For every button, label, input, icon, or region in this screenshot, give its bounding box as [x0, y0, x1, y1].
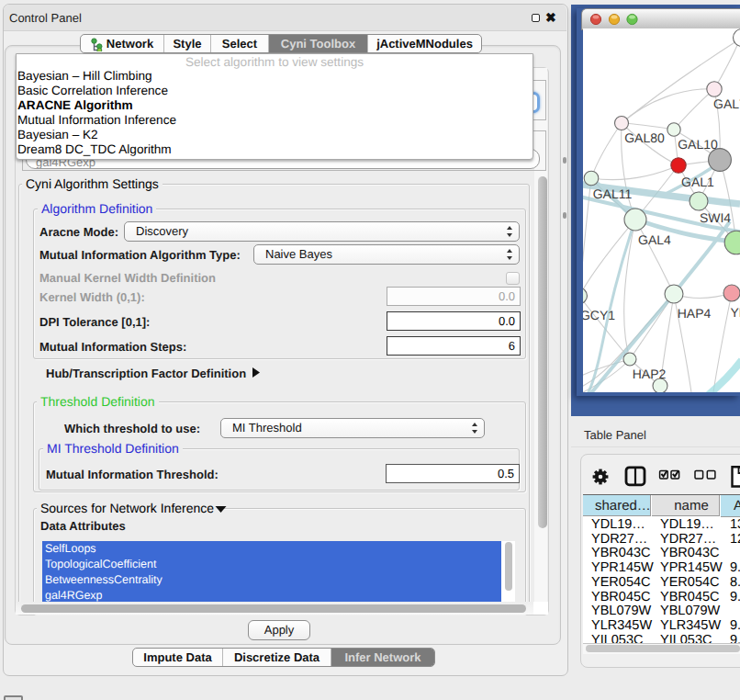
svg-text:GAL80: GAL80 [624, 130, 665, 145]
svg-text:GAL7: GAL7 [713, 96, 740, 111]
svg-text:GCY1: GCY1 [583, 308, 615, 322]
svg-text:HAP2: HAP2 [633, 367, 667, 381]
svg-text:SWI4: SWI4 [700, 210, 731, 225]
svg-text:GAL1: GAL1 [681, 175, 714, 189]
svg-text:GAL11: GAL11 [593, 186, 633, 201]
svg-text:GAL10: GAL10 [678, 137, 718, 152]
svg-text:YM: YM [731, 305, 740, 320]
svg-text:GAL4: GAL4 [638, 232, 671, 247]
svg-text:HAP4: HAP4 [678, 306, 712, 321]
